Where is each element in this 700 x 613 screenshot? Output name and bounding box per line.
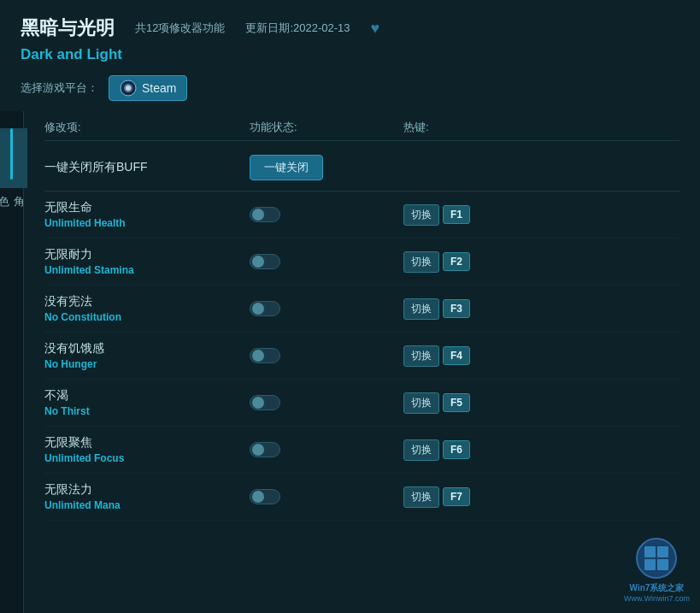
game-title-en: Dark and Light bbox=[21, 46, 679, 63]
hotkey-key-5: F6 bbox=[443, 440, 470, 459]
mod-name-cn-5: 无限聚焦 bbox=[44, 435, 250, 451]
col-header-status: 功能状态: bbox=[250, 120, 403, 135]
hotkey-label-3[interactable]: 切换 bbox=[403, 345, 439, 367]
col-header-hotkey: 热键: bbox=[403, 120, 574, 135]
toggle-switch-4[interactable] bbox=[250, 395, 280, 410]
mod-name-cell-2: 没有宪法 No Constitution bbox=[44, 294, 250, 323]
main-container: 黑暗与光明 共12项修改器功能 更新日期:2022-02-13 ♥ Dark a… bbox=[0, 0, 700, 613]
toggle-container-2 bbox=[250, 301, 403, 316]
mod-row: 无限法力 Unlimited Mana 切换 F7 bbox=[44, 474, 679, 521]
toggle-thumb-2 bbox=[252, 303, 264, 315]
steam-platform-button[interactable]: Steam bbox=[109, 75, 187, 101]
sidebar-marker bbox=[10, 128, 13, 180]
toggle-track-4 bbox=[250, 395, 280, 410]
header-section: 黑暗与光明 共12项修改器功能 更新日期:2022-02-13 ♥ Dark a… bbox=[0, 0, 700, 111]
toggle-container-3 bbox=[250, 348, 403, 363]
mod-rows-container: 无限生命 Unlimited Health 切换 F1 无限耐力 Unlimit… bbox=[44, 192, 679, 521]
toggle-thumb-4 bbox=[252, 397, 264, 409]
hotkey-key-3: F4 bbox=[443, 346, 470, 365]
hotkey-key-4: F5 bbox=[443, 393, 470, 412]
watermark-text-2: Www.Winwin7.com bbox=[624, 594, 690, 603]
mod-name-cell-1: 无限耐力 Unlimited Stamina bbox=[44, 247, 250, 276]
windows-icon bbox=[643, 545, 670, 572]
toggle-container-6 bbox=[250, 489, 403, 504]
mod-row: 无限耐力 Unlimited Stamina 切换 F2 bbox=[44, 239, 679, 286]
toggle-thumb-0 bbox=[252, 209, 264, 221]
toggle-container-5 bbox=[250, 442, 403, 457]
hotkey-container-5: 切换 F6 bbox=[403, 439, 574, 461]
svg-rect-5 bbox=[644, 559, 656, 570]
hotkey-label-0[interactable]: 切换 bbox=[403, 204, 439, 226]
update-date: 更新日期:2022-02-13 bbox=[245, 21, 350, 36]
mod-name-cn-2: 没有宪法 bbox=[44, 294, 250, 309]
one-click-btn-cell: 一键关闭 bbox=[250, 155, 403, 180]
hotkey-container-1: 切换 F2 bbox=[403, 251, 574, 273]
mod-row: 无限聚焦 Unlimited Focus 切换 F6 bbox=[44, 427, 679, 474]
mod-name-en-1: Unlimited Stamina bbox=[44, 264, 250, 276]
hotkey-key-2: F3 bbox=[443, 299, 470, 318]
sidebar: 角色 bbox=[0, 111, 24, 613]
mod-row: 无限生命 Unlimited Health 切换 F1 bbox=[44, 192, 679, 239]
mod-count: 共12项修改器功能 bbox=[135, 21, 225, 36]
mod-row: 没有饥饿感 No Hunger 切换 F4 bbox=[44, 333, 679, 380]
hotkey-label-2[interactable]: 切换 bbox=[403, 298, 439, 320]
steam-btn-label: Steam bbox=[142, 81, 176, 95]
toggle-container-0 bbox=[250, 207, 403, 222]
hotkey-container-4: 切换 F5 bbox=[403, 392, 574, 414]
hotkey-container-3: 切换 F4 bbox=[403, 345, 574, 367]
watermark-logo: Win7系统之家 Www.Winwin7.com bbox=[624, 538, 690, 603]
mod-name-cell-5: 无限聚焦 Unlimited Focus bbox=[44, 435, 250, 464]
watermark-text-1: Win7系统之家 bbox=[630, 582, 685, 594]
toggle-container-1 bbox=[250, 254, 403, 269]
toggle-track-2 bbox=[250, 301, 280, 316]
toggle-switch-1[interactable] bbox=[250, 254, 280, 269]
one-click-row: 一键关闭所有BUFF 一键关闭 bbox=[44, 144, 679, 192]
toggle-switch-3[interactable] bbox=[250, 348, 280, 363]
content-area: 角色 修改项: 功能状态: 热键: 一键关闭所有BUFF 一键关闭 bbox=[0, 111, 700, 613]
hotkey-key-0: F1 bbox=[443, 205, 470, 224]
heart-icon[interactable]: ♥ bbox=[371, 20, 380, 38]
toggle-switch-0[interactable] bbox=[250, 207, 280, 222]
one-click-button[interactable]: 一键关闭 bbox=[250, 155, 323, 180]
col-header-mod: 修改项: bbox=[44, 120, 250, 135]
hotkey-label-1[interactable]: 切换 bbox=[403, 251, 439, 273]
toggle-container-4 bbox=[250, 395, 403, 410]
hotkey-container-0: 切换 F1 bbox=[403, 204, 574, 226]
toggle-track-5 bbox=[250, 442, 280, 457]
toggle-track-0 bbox=[250, 207, 280, 222]
one-click-label: 一键关闭所有BUFF bbox=[44, 160, 250, 175]
mod-name-cn-0: 无限生命 bbox=[44, 200, 250, 215]
column-headers: 修改项: 功能状态: 热键: bbox=[44, 111, 679, 141]
mod-name-en-2: No Constitution bbox=[44, 311, 250, 323]
mod-name-cn-4: 不渴 bbox=[44, 388, 250, 404]
mod-name-cell-0: 无限生命 Unlimited Health bbox=[44, 200, 250, 229]
sidebar-item-character[interactable]: 角色 bbox=[0, 128, 27, 188]
hotkey-key-6: F7 bbox=[443, 487, 470, 506]
sidebar-item-label: 角色 bbox=[0, 186, 27, 188]
mod-name-en-6: Unlimited Mana bbox=[44, 499, 250, 511]
mod-name-cn-3: 没有饥饿感 bbox=[44, 341, 250, 357]
mod-row: 不渴 No Thirst 切换 F5 bbox=[44, 380, 679, 427]
svg-rect-3 bbox=[644, 546, 656, 557]
watermark: Win7系统之家 Www.Winwin7.com bbox=[624, 538, 690, 603]
hotkey-container-6: 切换 F7 bbox=[403, 486, 574, 508]
hotkey-label-4[interactable]: 切换 bbox=[403, 392, 439, 414]
mod-name-en-4: No Thirst bbox=[44, 405, 250, 417]
toggle-thumb-6 bbox=[252, 491, 264, 503]
toggle-thumb-1 bbox=[252, 256, 264, 268]
svg-rect-4 bbox=[657, 546, 668, 557]
hotkey-key-1: F2 bbox=[443, 252, 470, 271]
toggle-switch-5[interactable] bbox=[250, 442, 280, 457]
toggle-switch-2[interactable] bbox=[250, 301, 280, 316]
mod-name-cell-3: 没有饥饿感 No Hunger bbox=[44, 341, 250, 370]
platform-label: 选择游戏平台： bbox=[21, 80, 98, 96]
mod-name-cell-4: 不渴 No Thirst bbox=[44, 388, 250, 417]
hotkey-label-6[interactable]: 切换 bbox=[403, 486, 439, 508]
hotkey-label-5[interactable]: 切换 bbox=[403, 439, 439, 461]
main-panel: 修改项: 功能状态: 热键: 一键关闭所有BUFF 一键关闭 无限生命 Unli… bbox=[24, 111, 700, 613]
toggle-switch-6[interactable] bbox=[250, 489, 280, 504]
mod-name-en-0: Unlimited Health bbox=[44, 217, 250, 229]
mod-name-cn-6: 无限法力 bbox=[44, 482, 250, 498]
steam-logo-icon bbox=[120, 80, 137, 97]
game-title-cn: 黑暗与光明 bbox=[21, 15, 115, 41]
